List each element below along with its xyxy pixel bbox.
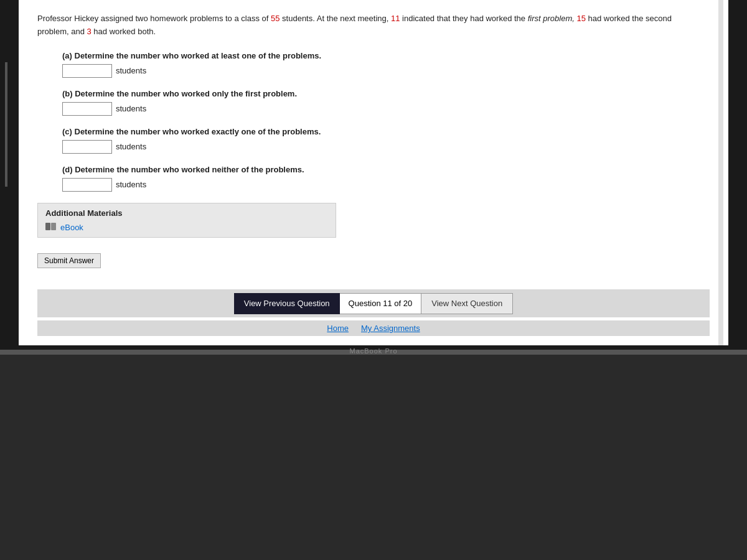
question-text: Professor Hickey assigned two homework p… — [37, 12, 710, 39]
ebook-icon — [45, 223, 57, 231]
ebook-link[interactable]: eBook — [45, 223, 328, 232]
my-assignments-link[interactable]: My Assignments — [361, 324, 420, 333]
question-counter: Question 11 of 20 — [340, 293, 421, 314]
keyboard-area: 🔈 🔊 ✕ esc ~` !1 @2 #3 $4 %5 ^6 &7 *8 (9 … — [0, 360, 747, 560]
question-text-part7: had worked both. — [92, 27, 156, 36]
question-text-part5: had worked the second — [586, 14, 672, 23]
view-next-question-button[interactable]: View Next Question — [421, 293, 513, 314]
additional-materials: Additional Materials eBook — [37, 203, 336, 238]
svg-rect-1 — [51, 223, 56, 230]
answer-input-c[interactable] — [62, 140, 112, 154]
subquestion-d-label: (d) Determine the number who worked neit… — [62, 165, 710, 174]
subquestion-a-label: (a) Determine the number who worked at l… — [62, 51, 710, 60]
view-previous-question-button[interactable]: View Previous Question — [234, 293, 340, 314]
home-link[interactable]: Home — [327, 324, 349, 333]
subquestion-b-label: (b) Determine the number who worked only… — [62, 89, 710, 98]
question-text-part3: indicated that they had worked the — [400, 14, 527, 23]
subquestion-a: (a) Determine the number who worked at l… — [62, 51, 710, 78]
subquestion-c: (c) Determine the number who worked exac… — [62, 127, 710, 154]
answer-input-a[interactable] — [62, 64, 112, 78]
answer-input-d[interactable] — [62, 178, 112, 192]
question-num3: 15 — [576, 14, 585, 23]
additional-materials-title: Additional Materials — [45, 208, 328, 218]
subquestion-d: (d) Determine the number who worked neit… — [62, 165, 710, 192]
question-text-part4: first problem, — [528, 14, 577, 23]
ebook-label: eBook — [60, 223, 83, 232]
sidebar-indicator — [5, 62, 7, 187]
question-num1: 55 — [271, 14, 280, 23]
submit-answer-button[interactable]: Submit Answer — [37, 253, 101, 268]
question-text-part6: problem, and — [37, 27, 87, 36]
students-label-d: students — [116, 180, 146, 189]
macbook-label: MacBook Pro — [349, 347, 397, 355]
question-text-part2: students. At the next meeting, — [280, 14, 391, 23]
navigation-bar: View Previous Question Question 11 of 20… — [37, 289, 710, 317]
question-text-part1: Professor Hickey assigned two homework p… — [37, 14, 271, 23]
svg-rect-0 — [45, 223, 50, 230]
question-num2: 11 — [391, 14, 400, 23]
students-label-a: students — [116, 66, 146, 75]
subquestion-c-label: (c) Determine the number who worked exac… — [62, 127, 710, 136]
subquestion-b: (b) Determine the number who worked only… — [62, 89, 710, 116]
footer: Home My Assignments — [37, 320, 710, 336]
students-label-c: students — [116, 142, 146, 151]
students-label-b: students — [116, 104, 146, 113]
question-num4: 3 — [87, 27, 92, 36]
answer-input-b[interactable] — [62, 102, 112, 116]
